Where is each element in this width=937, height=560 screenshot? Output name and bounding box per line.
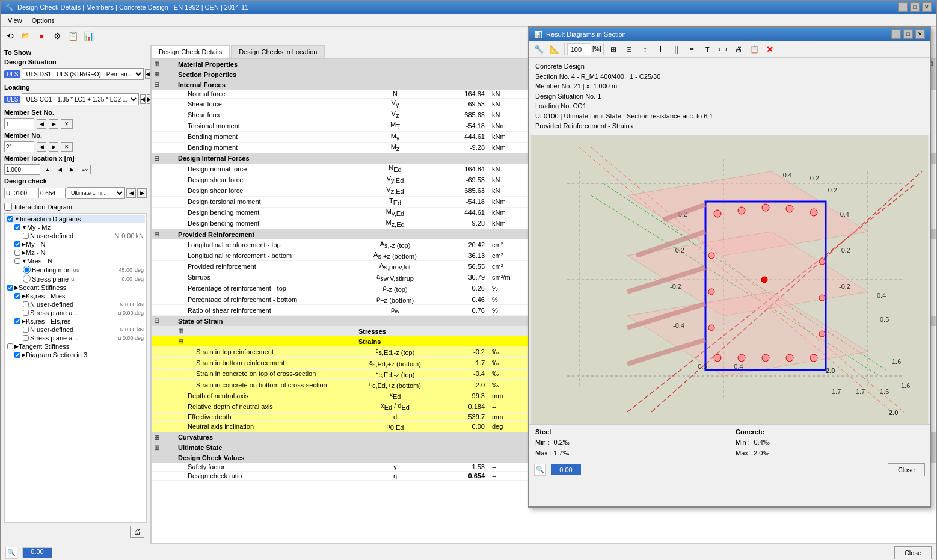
close-button[interactable]: ✕ (922, 2, 932, 12)
member-location-input[interactable] (4, 164, 40, 175)
tree-radio[interactable] (23, 266, 31, 274)
main-close-button[interactable]: Close (894, 546, 932, 559)
ml-special-btn[interactable]: x/x (79, 165, 91, 174)
toolbar-btn-settings[interactable]: ⚙ (50, 29, 64, 43)
result-view-btn-2[interactable]: ⊟ (622, 42, 636, 57)
tree-checkbox[interactable] (23, 335, 29, 341)
design-check-dropdown[interactable]: Ultimate Limi... (67, 187, 125, 199)
ds-prev-btn[interactable]: ◀ (145, 69, 150, 79)
tree-checkbox[interactable] (23, 301, 29, 307)
ml-stepper[interactable]: ▲ (43, 165, 52, 174)
member-set-input[interactable] (4, 118, 34, 129)
toggle-stresses[interactable]: ⊞ (176, 326, 356, 336)
toggle-ultimate[interactable]: ⊞ (152, 443, 176, 453)
ms-clear-btn[interactable]: ✕ (61, 119, 73, 129)
tab-design-checks-location[interactable]: Design Checks in Location (231, 45, 325, 58)
maximize-button[interactable]: □ (910, 2, 920, 12)
toggle-curvatures[interactable]: ⊞ (152, 432, 176, 443)
toggle-design-internal[interactable]: ⊟ (152, 153, 176, 164)
tree-toggle[interactable]: ▶ (14, 285, 19, 291)
mn-next-btn[interactable]: ▶ (49, 142, 58, 152)
print-button[interactable]: 🖨 (130, 526, 144, 538)
zoom-input[interactable] (567, 43, 591, 55)
loading-dropdown[interactable]: ULS CO1 - 1.35 * LC1 + 1.35 * LC2 ... (22, 93, 139, 105)
design-check-ratio[interactable] (38, 188, 66, 198)
ms-prev-btn[interactable]: ◀ (37, 119, 46, 129)
toggle-strains[interactable]: ⊟ (176, 336, 356, 346)
toolbar-btn-red[interactable]: ● (34, 29, 49, 43)
dc-next-btn[interactable]: ▶ (137, 188, 147, 198)
result-view-btn-7[interactable]: T (700, 42, 714, 57)
tree-toggle[interactable]: ▶ (22, 250, 26, 256)
ml-next-btn[interactable]: ▶ (67, 165, 76, 174)
tree-toggle[interactable]: ▼ (22, 224, 27, 230)
result-view-btn-9[interactable]: 🖨 (731, 42, 746, 57)
tree-toggle[interactable]: ▶ (22, 241, 26, 247)
toolbar-btn-refresh[interactable]: ⟲ (3, 29, 17, 43)
result-view-btn-1[interactable]: ⊞ (606, 42, 621, 57)
list-item[interactable]: ▼ Interaction Diagrams (6, 215, 145, 223)
list-item[interactable]: ▶ Ks,res - Els,res (6, 317, 145, 325)
result-tool-2[interactable]: 📐 (547, 42, 562, 57)
tree-toggle[interactable]: ▶ (14, 343, 19, 349)
result-close-button[interactable]: ✕ (915, 29, 925, 39)
tree-radio[interactable] (23, 275, 31, 283)
tree-checkbox[interactable] (7, 343, 13, 349)
search-button[interactable]: 🔍 (5, 547, 17, 559)
tree-checkbox[interactable] (14, 250, 20, 256)
tree-toggle[interactable]: ▶ (22, 352, 26, 358)
result-maximize-button[interactable]: □ (903, 29, 913, 39)
list-item[interactable]: ▼ My - Mz (6, 223, 145, 232)
list-item[interactable]: ▼ Mres - N (6, 257, 145, 265)
tree-toggle[interactable]: ▼ (22, 258, 27, 264)
list-item[interactable]: ▶ Tangent Stiffness (6, 342, 145, 351)
menu-options[interactable]: Options (27, 16, 60, 25)
toggle-strain[interactable]: ⊟ (152, 316, 176, 327)
toggle-section[interactable]: ⊞ (152, 69, 176, 79)
list-item[interactable]: ▶ Secant Stiffness (6, 283, 145, 292)
tree-checkbox[interactable] (14, 258, 20, 264)
mn-prev-btn[interactable]: ◀ (37, 142, 46, 152)
tree-checkbox[interactable] (23, 310, 29, 316)
tree-toggle[interactable]: ▼ (14, 216, 20, 222)
tree-checkbox[interactable] (7, 216, 13, 222)
design-check-code[interactable] (4, 188, 37, 198)
menu-view[interactable]: View (3, 16, 27, 25)
toggle-reinforcement[interactable]: ⊟ (152, 229, 176, 240)
tab-design-check-details[interactable]: Design Check Details (151, 45, 230, 58)
toolbar-btn-open[interactable]: 📂 (19, 29, 33, 43)
tree-checkbox[interactable] (14, 241, 20, 247)
toggle-material[interactable]: ⊞ (152, 59, 176, 69)
result-search-button[interactable]: 🔍 (534, 464, 546, 476)
list-item[interactable]: ▶ Mz - N (6, 248, 145, 257)
member-no-input[interactable] (4, 141, 34, 152)
minimize-button[interactable]: _ (898, 2, 908, 12)
tree-checkbox[interactable] (23, 327, 29, 333)
result-view-btn-11[interactable]: ✕ (763, 42, 777, 57)
result-view-btn-6[interactable]: ≡ (684, 42, 699, 57)
interaction-diagram-checkbox[interactable] (4, 203, 12, 211)
result-view-btn-8[interactable]: ⟷ (716, 42, 730, 57)
toolbar-btn-copy[interactable]: 📋 (66, 29, 80, 43)
toolbar-btn-chart[interactable]: 📊 (81, 29, 96, 43)
tree-checkbox[interactable] (14, 224, 20, 230)
tree-checkbox[interactable] (14, 352, 20, 358)
tree-checkbox[interactable] (14, 318, 20, 324)
ms-next-btn[interactable]: ▶ (49, 119, 58, 129)
loading-prev-btn[interactable]: ◀ (140, 94, 146, 104)
list-item[interactable]: ▶ Ks,res - Mres (6, 292, 145, 300)
result-view-btn-10[interactable]: 📋 (747, 42, 761, 57)
ml-prev-btn[interactable]: ◀ (55, 165, 64, 174)
toggle-internal[interactable]: ⊟ (152, 79, 176, 90)
list-item[interactable]: ▶ My - N (6, 240, 145, 248)
tree-checkbox[interactable] (7, 285, 13, 291)
tree-toggle[interactable]: ▶ (22, 318, 26, 324)
list-item[interactable]: ▶ Diagram Section in 3 (6, 351, 145, 359)
result-view-btn-5[interactable]: || (669, 42, 683, 57)
tree-toggle[interactable]: ▶ (22, 293, 26, 299)
tree-checkbox[interactable] (14, 293, 20, 299)
result-close-bottom-button[interactable]: Close (888, 463, 925, 476)
design-situation-dropdown[interactable]: ULS DS1 - ULS (STR/GEO) - Perman... (22, 68, 144, 80)
result-view-btn-3[interactable]: ↕ (637, 42, 652, 57)
result-tool-1[interactable]: 🔧 (532, 42, 546, 57)
